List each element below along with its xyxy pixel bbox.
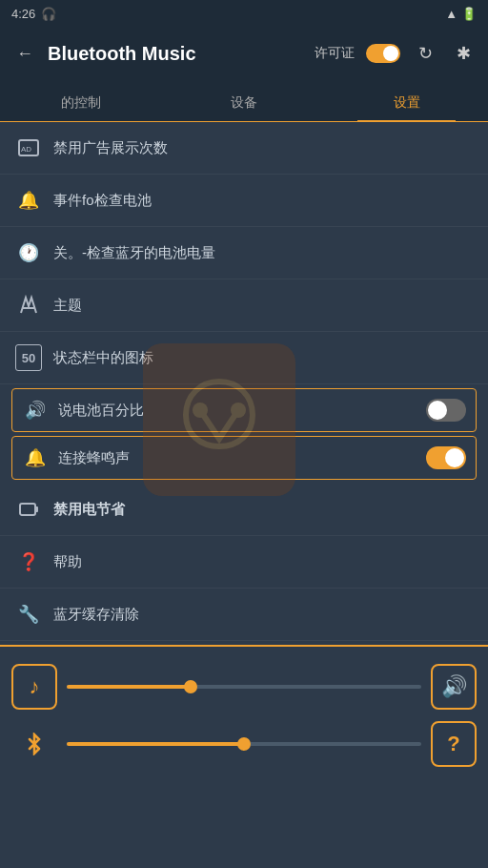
help-label: 帮助 [53,553,473,571]
statusbar-label: 状态栏中的图标 [53,349,473,367]
list-item[interactable]: 主题 [0,279,488,332]
help-question-icon: ? [447,732,459,756]
top-bar-actions: 许可证 ↻ ✱ [315,40,477,67]
status-time: 4:26 [11,7,35,21]
permission-label: 许可证 [315,45,355,62]
connect-beep-toggle[interactable] [426,446,466,469]
svg-rect-5 [20,504,35,515]
volume-button[interactable]: 🔊 [431,664,477,710]
bluetooth-icon[interactable]: ✱ [450,40,477,67]
clock-icon: 🕐 [15,239,42,266]
bt-slider-container[interactable] [67,742,421,746]
theme-label: 主题 [53,297,473,315]
battery-save-label: 禁用电节省 [53,501,473,519]
volume-icon: 🔊 [441,674,467,699]
connect-beep-row[interactable]: 🔔 连接蜂鸣声 [11,436,477,480]
permission-toggle[interactable] [366,44,400,63]
cache-label: 蓝牙缓存清除 [53,606,473,624]
list-item[interactable]: 50 状态栏中的图标 [0,332,488,384]
tab-devices[interactable]: 设备 [163,94,326,121]
battery-icon: 🔋 [461,7,477,21]
event-label: 事件fo检查电池 [53,192,473,210]
speaker-icon: 🔊 [22,397,49,424]
headphone-icon: 🎧 [41,7,56,21]
svg-text:AD: AD [21,145,31,154]
music-note-button[interactable]: ♪ [11,664,57,710]
music-note-icon: ♪ [30,674,40,699]
statusbar-icon: 50 [15,344,42,371]
list-item[interactable]: 🕐 关。-检查蓝牙的电池电量 [0,227,488,279]
settings-list: AD 禁用广告展示次数 🔔 事件fo检查电池 🕐 关。-检查蓝牙的电池电量 主题 [0,122,488,645]
list-item[interactable]: ❓ 帮助 [0,536,488,589]
tab-settings[interactable]: 设置 [325,94,488,121]
ads-icon: AD [15,134,42,161]
status-left: 4:26 🎧 [11,7,56,21]
volume-row: ♪ 🔊 [11,664,477,710]
list-item[interactable]: 🔔 事件fo检查电池 [0,175,488,227]
status-bar: 4:26 🎧 ▲ 🔋 [0,0,488,27]
tab-controls[interactable]: 的控制 [0,94,163,121]
list-item: 禁用电节省 [0,484,488,536]
volume-slider-container[interactable] [67,685,421,689]
ads-label: 禁用广告展示次数 [53,139,473,157]
wifi-icon: ▲ [445,7,458,21]
bell-icon: 🔔 [22,444,49,471]
battery-pct-label: 说电池百分比 [58,402,417,420]
top-bar: ← Bluetooth Music 许可证 ↻ ✱ [0,27,488,80]
bluetooth-row: ? [11,721,477,767]
help-button[interactable]: ? [431,721,477,767]
bt-thumb [237,737,251,751]
page-title: Bluetooth Music [48,43,305,65]
svg-rect-6 [35,506,38,512]
event-icon: 🔔 [15,187,42,214]
wrench-icon: 🔧 [15,601,42,628]
list-item[interactable]: AD 禁用广告展示次数 [0,122,488,175]
settings-scroll[interactable]: AD 禁用广告展示次数 🔔 事件fo检查电池 🕐 关。-检查蓝牙的电池电量 主题 [0,122,488,645]
theme-icon [15,292,42,319]
bt-slider[interactable] [67,742,421,746]
battery-pct-row[interactable]: 🔊 说电池百分比 [11,388,477,432]
back-button[interactable]: ← [11,40,38,67]
volume-slider[interactable] [67,685,421,689]
connect-beep-label: 连接蜂鸣声 [58,449,417,467]
list-item[interactable]: 🔧 蓝牙缓存清除 [0,589,488,641]
volume-fill [67,685,191,689]
help-icon: ❓ [15,548,42,575]
battery-save-icon [15,496,42,523]
bottom-player: ♪ 🔊 ? [0,647,488,790]
tab-bar: 的控制 设备 设置 [0,80,488,122]
bt-fill [67,742,244,746]
battery-check-label: 关。-检查蓝牙的电池电量 [53,244,473,262]
battery-pct-toggle[interactable] [426,399,466,422]
bluetooth-player-icon [11,721,57,767]
status-right: ▲ 🔋 [445,7,477,21]
volume-thumb [184,680,197,693]
refresh-button[interactable]: ↻ [412,40,438,67]
